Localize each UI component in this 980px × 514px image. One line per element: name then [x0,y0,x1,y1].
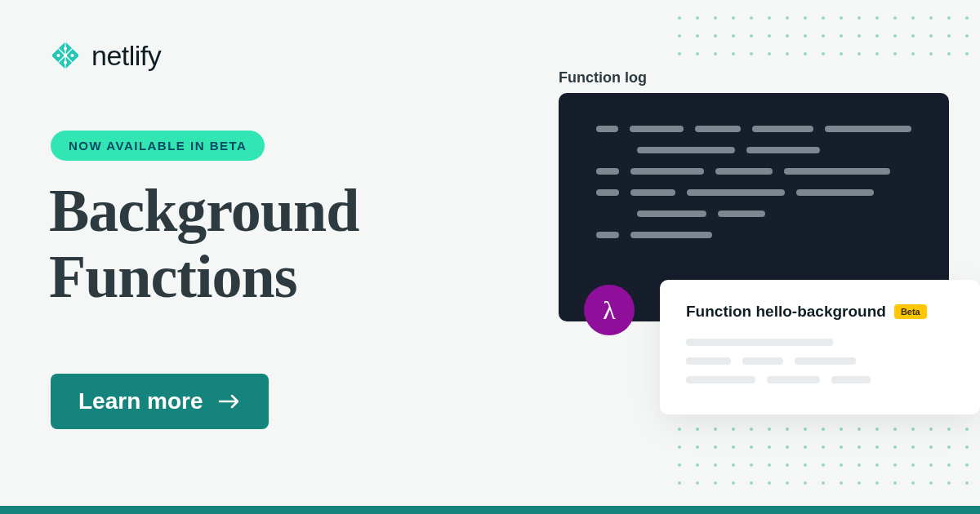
decorative-dots-top [678,16,969,55]
brand-logo: netlify [49,39,161,72]
netlify-icon [49,39,82,72]
function-log-label: Function log [559,69,647,86]
headline-line-2: Functions [49,244,359,310]
decorative-dots-bottom [678,428,969,485]
brand-name: netlify [91,40,161,72]
learn-more-button[interactable]: Learn more [51,374,269,429]
headline-line-1: Background [49,178,359,244]
cta-label: Learn more [78,388,203,414]
beta-tag: Beta [894,304,927,319]
function-card-title: Function hello-background [686,303,886,321]
page-title: Background Functions [49,178,359,311]
lambda-icon: λ [584,285,635,335]
function-card: Function hello-background Beta [660,280,980,414]
arrow-right-icon [218,393,241,410]
beta-badge: NOW AVAILABLE IN BETA [51,131,265,161]
bottom-accent-bar [0,506,980,514]
